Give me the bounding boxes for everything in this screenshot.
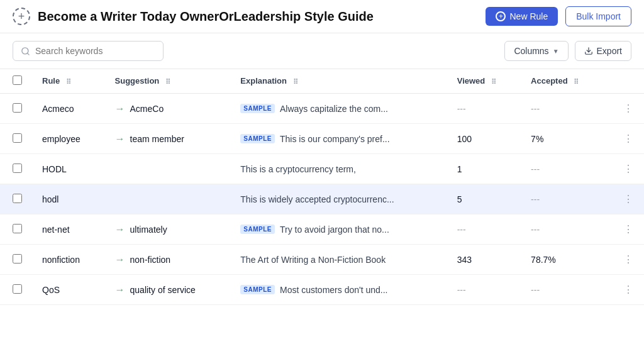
suggestion-text: non-fiction bbox=[130, 255, 171, 265]
row-checkbox-cell[interactable] bbox=[0, 245, 32, 275]
col-header-rule: Rule ⠿ bbox=[32, 69, 105, 94]
accepted-value: --- bbox=[531, 104, 540, 114]
row-checkbox[interactable] bbox=[13, 254, 22, 264]
new-rule-button[interactable]: + New Rule bbox=[486, 7, 558, 26]
sample-badge: SAMPLE bbox=[240, 285, 275, 294]
rule-cell: QoS bbox=[32, 275, 105, 305]
explanation-cell: This is widely accepted cryptocurrenc... bbox=[230, 184, 447, 214]
more-actions-icon[interactable]: ⋮ bbox=[623, 164, 634, 174]
more-actions-icon[interactable]: ⋮ bbox=[623, 254, 634, 265]
page-header: + Become a Writer Today OwnerOrLeadershi… bbox=[0, 0, 644, 33]
logo-icon: + bbox=[13, 8, 30, 25]
rule-cell: hodl bbox=[32, 184, 105, 214]
table-row: Acmeco→AcmeCoSAMPLEAlways capitalize the… bbox=[0, 94, 644, 124]
row-checkbox-cell[interactable] bbox=[0, 124, 32, 154]
accepted-value: --- bbox=[531, 194, 540, 204]
rule-sort-icon[interactable]: ⠿ bbox=[66, 78, 71, 86]
row-actions-cell[interactable]: ⋮ bbox=[606, 184, 644, 214]
more-actions-icon[interactable]: ⋮ bbox=[623, 284, 634, 295]
search-input[interactable] bbox=[35, 46, 155, 56]
toolbar: Columns ▼ Export bbox=[0, 33, 644, 69]
explanation-text: Most customers don't und... bbox=[280, 285, 388, 295]
row-actions-cell[interactable]: ⋮ bbox=[606, 275, 644, 305]
explanation-text: This is widely accepted cryptocurrenc... bbox=[240, 194, 394, 204]
suggestion-text: ultimately bbox=[130, 225, 167, 235]
arrow-right-icon: → bbox=[115, 133, 125, 145]
suggestion-cell: →quality of service bbox=[105, 275, 231, 305]
row-checkbox-cell[interactable] bbox=[0, 154, 32, 184]
more-actions-icon[interactable]: ⋮ bbox=[623, 224, 634, 235]
row-actions-cell[interactable]: ⋮ bbox=[606, 154, 644, 184]
row-checkbox[interactable] bbox=[13, 103, 22, 113]
accepted-cell: 7% bbox=[521, 124, 606, 154]
bulk-import-button[interactable]: Bulk Import bbox=[565, 6, 631, 26]
rule-cell: HODL bbox=[32, 154, 105, 184]
arrow-right-icon: → bbox=[115, 254, 125, 265]
search-icon bbox=[21, 47, 30, 56]
sample-badge: SAMPLE bbox=[240, 104, 275, 113]
row-checkbox-cell[interactable] bbox=[0, 94, 32, 124]
row-checkbox-cell[interactable] bbox=[0, 184, 32, 214]
accepted-value: --- bbox=[531, 225, 540, 235]
export-icon bbox=[584, 47, 593, 55]
col-header-explanation: Explanation ⠿ bbox=[230, 69, 447, 94]
row-actions-cell[interactable]: ⋮ bbox=[606, 214, 644, 245]
arrow-right-icon: → bbox=[115, 284, 125, 296]
suggestion-cell: →ultimately bbox=[105, 214, 231, 245]
suggestion-text: team member bbox=[130, 134, 184, 144]
col-header-accepted: Accepted ⠿ bbox=[521, 69, 606, 94]
export-button[interactable]: Export bbox=[575, 41, 631, 61]
table-header: Rule ⠿ Suggestion ⠿ Explanation ⠿ Viewed… bbox=[0, 69, 644, 94]
accepted-sort-icon[interactable]: ⠿ bbox=[574, 78, 579, 86]
viewed-sort-icon[interactable]: ⠿ bbox=[491, 78, 496, 86]
row-checkbox[interactable] bbox=[13, 133, 22, 143]
viewed-value: 343 bbox=[457, 255, 472, 265]
table-body: Acmeco→AcmeCoSAMPLEAlways capitalize the… bbox=[0, 94, 644, 305]
suggestion-cell: →non-fiction bbox=[105, 245, 231, 275]
columns-button[interactable]: Columns ▼ bbox=[504, 41, 568, 61]
accepted-cell: 78.7% bbox=[521, 245, 606, 275]
explanation-text: This is our company's pref... bbox=[280, 134, 390, 144]
suggestion-cell bbox=[105, 154, 231, 184]
select-all-header[interactable] bbox=[0, 69, 32, 94]
viewed-cell: 100 bbox=[447, 124, 521, 154]
rule-cell: Acmeco bbox=[32, 94, 105, 124]
rule-cell: employee bbox=[32, 124, 105, 154]
row-checkbox[interactable] bbox=[13, 284, 22, 294]
row-checkbox[interactable] bbox=[13, 164, 22, 173]
row-checkbox-cell[interactable] bbox=[0, 275, 32, 305]
explanation-cell: SAMPLEMost customers don't und... bbox=[230, 275, 447, 305]
row-actions-cell[interactable]: ⋮ bbox=[606, 124, 644, 154]
row-actions-cell[interactable]: ⋮ bbox=[606, 245, 644, 275]
suggestion-cell bbox=[105, 184, 231, 214]
accepted-value: 7% bbox=[531, 134, 543, 144]
suggestion-cell: →AcmeCo bbox=[105, 94, 231, 124]
viewed-value: 100 bbox=[457, 134, 472, 144]
accepted-value: --- bbox=[531, 285, 540, 295]
table-row: employee→team memberSAMPLEThis is our co… bbox=[0, 124, 644, 154]
table-row: QoS→quality of serviceSAMPLEMost custome… bbox=[0, 275, 644, 305]
accepted-value: --- bbox=[531, 164, 540, 174]
rules-table: Rule ⠿ Suggestion ⠿ Explanation ⠿ Viewed… bbox=[0, 69, 644, 305]
arrow-right-icon: → bbox=[115, 224, 125, 235]
svg-line-1 bbox=[27, 53, 29, 55]
viewed-cell: 343 bbox=[447, 245, 521, 275]
row-checkbox-cell[interactable] bbox=[0, 214, 32, 245]
table-row: net-net→ultimatelySAMPLETry to avoid jar… bbox=[0, 214, 644, 245]
explanation-sort-icon[interactable]: ⠿ bbox=[293, 78, 298, 86]
suggestion-sort-icon[interactable]: ⠿ bbox=[165, 78, 170, 86]
more-actions-icon[interactable]: ⋮ bbox=[623, 133, 634, 144]
search-box[interactable] bbox=[13, 41, 164, 61]
select-all-checkbox[interactable] bbox=[13, 75, 22, 85]
more-actions-icon[interactable]: ⋮ bbox=[623, 194, 634, 204]
explanation-text: Try to avoid jargon that no... bbox=[280, 225, 389, 235]
row-checkbox[interactable] bbox=[13, 224, 22, 233]
viewed-value: 1 bbox=[457, 164, 462, 174]
explanation-cell: SAMPLETry to avoid jargon that no... bbox=[230, 214, 447, 245]
row-checkbox[interactable] bbox=[13, 194, 22, 203]
suggestion-cell: →team member bbox=[105, 124, 231, 154]
more-actions-icon[interactable]: ⋮ bbox=[623, 103, 634, 114]
row-actions-cell[interactable]: ⋮ bbox=[606, 94, 644, 124]
explanation-text: Always capitalize the com... bbox=[280, 104, 388, 114]
accepted-cell: --- bbox=[521, 94, 606, 124]
